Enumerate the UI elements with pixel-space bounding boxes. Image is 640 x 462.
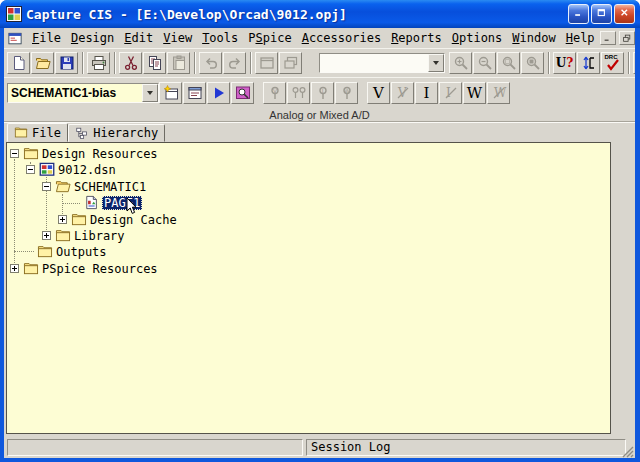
undo-icon [203, 55, 219, 71]
zoom-in-button [449, 52, 472, 74]
maximize-button[interactable] [591, 4, 612, 24]
netlist-button[interactable] [633, 52, 635, 74]
toolbar-separator [548, 52, 550, 74]
tree-item-design-resources-label[interactable]: Design Resources [40, 147, 160, 161]
tree-item-library-label[interactable]: Library [72, 229, 127, 243]
tree-expander-plus[interactable] [10, 264, 19, 273]
tree-item-library[interactable]: Library [7, 228, 610, 244]
tree-item-9012-dsn[interactable]: 9012.dsn [7, 162, 610, 178]
copy-button[interactable] [143, 52, 166, 74]
tab-hierarchy[interactable]: Hierarchy [68, 124, 165, 142]
tree-item-outputs[interactable]: Outputs [7, 244, 610, 260]
tree-item-pspice-resources[interactable]: PSpice Resources [7, 261, 610, 277]
tree-item-pspice-resources-label[interactable]: PSpice Resources [40, 262, 160, 276]
edit-simulation-profile-button[interactable] [183, 82, 206, 104]
menu-reports[interactable]: Reports [386, 29, 447, 47]
mdi-minimize-button[interactable] [600, 31, 616, 45]
run-pspice-button[interactable] [207, 82, 230, 104]
minimize-button[interactable] [568, 4, 589, 24]
simulation-profile-combobox-dropdown-button[interactable] [142, 84, 158, 102]
project-tree-panel[interactable]: Design Resources9012.dsnSCHEMATIC1PAGE1D… [6, 142, 611, 434]
save-icon [59, 55, 75, 71]
undo-button [199, 52, 222, 74]
status-panel-left [7, 439, 303, 456]
diff-marker-icon [291, 85, 307, 101]
tree-expander-minus[interactable] [26, 165, 35, 174]
view-simulation-results-button[interactable] [231, 82, 254, 104]
menu-design[interactable]: Design [66, 29, 119, 47]
maximize-icon [596, 7, 608, 22]
app-icon [6, 6, 22, 22]
window-content: FileDesignEditViewToolsPSpiceAccessories… [4, 28, 635, 458]
tree-expander-minus[interactable] [42, 182, 51, 191]
menu-view[interactable]: View [158, 29, 197, 47]
back-annotate-button[interactable] [577, 52, 600, 74]
redo-icon [227, 55, 243, 71]
menu-pspice[interactable]: PSpice [243, 29, 296, 47]
window-cascade-button [279, 52, 302, 74]
new-button[interactable] [7, 52, 30, 74]
tree-expander-plus[interactable] [58, 215, 67, 224]
tree-expander-plus[interactable] [42, 231, 51, 240]
copy-icon [147, 55, 163, 71]
current-marker-icon: I [315, 85, 331, 101]
part-combobox[interactable] [319, 53, 445, 73]
tab-file[interactable]: File [7, 123, 68, 142]
status-session-panel: Session Log [306, 439, 626, 456]
bias-voltage-button[interactable]: V [367, 82, 390, 104]
menu-accessories[interactable]: Accessories [297, 29, 386, 47]
save-button[interactable] [55, 52, 78, 74]
toggle-current-button: I [439, 82, 462, 104]
tree-item-schematic1[interactable]: SCHEMATIC1 [7, 179, 610, 195]
folder-icon [14, 126, 28, 139]
new-simulation-profile-button[interactable] [159, 82, 182, 104]
back-annotate-icon [581, 55, 597, 71]
hierarchy-icon [75, 127, 89, 140]
menu-window[interactable]: Window [507, 29, 560, 47]
bias-current-button[interactable]: I [415, 82, 438, 104]
print-button[interactable] [87, 52, 110, 74]
window-icon [259, 55, 275, 71]
svg-text:W: W [344, 88, 350, 94]
design-icon [39, 162, 55, 177]
cut-button[interactable] [119, 52, 142, 74]
open-button[interactable] [31, 52, 54, 74]
close-icon [619, 7, 631, 22]
window-controls [568, 4, 635, 24]
run-icon [211, 85, 227, 101]
annotate-button[interactable]: U? [553, 52, 576, 74]
zoom-area-icon [501, 55, 517, 71]
part-combobox-dropdown-button[interactable] [428, 54, 444, 72]
folder-open-icon [55, 179, 71, 194]
tree-expander-minus[interactable] [10, 149, 19, 158]
menu-help[interactable]: Help [561, 29, 600, 47]
menu-tools[interactable]: Tools [197, 29, 243, 47]
zoom-all-icon [525, 55, 541, 71]
mdi-restore-button[interactable] [619, 31, 635, 45]
toggle-voltage-icon: V [395, 85, 411, 101]
page-icon [85, 195, 101, 210]
tree-item-page1[interactable]: PAGE1 [7, 195, 610, 211]
bias-power-button[interactable]: W [463, 82, 486, 104]
menu-file[interactable]: File [27, 29, 66, 47]
window-title: Capture CIS - [E:\Develop\Orcad\9012.opj… [26, 8, 347, 21]
tab-hierarchy-label: Hierarchy [93, 125, 158, 141]
capture-cis-window: Capture CIS - [E:\Develop\Orcad\9012.opj… [0, 0, 640, 462]
tree-item-9012-dsn-label[interactable]: 9012.dsn [56, 163, 118, 177]
tree-item-design-cache[interactable]: Design Cache [7, 212, 610, 228]
resize-grip[interactable] [621, 443, 634, 456]
menu-options[interactable]: Options [447, 29, 508, 47]
drc-button[interactable]: DRC [601, 52, 624, 74]
tree-item-schematic1-label[interactable]: SCHEMATIC1 [72, 180, 148, 194]
window-cascade-icon [283, 55, 299, 71]
menu-edit[interactable]: Edit [119, 29, 158, 47]
tree-item-outputs-label[interactable]: Outputs [54, 245, 109, 259]
tree-item-design-resources[interactable]: Design Resources [7, 146, 610, 162]
drc-icon: DRC [604, 54, 622, 72]
paste-icon [171, 55, 187, 71]
bias-power-button-label: W [467, 86, 482, 101]
simulation-profile-combobox[interactable]: SCHEMATIC1-bias [7, 83, 159, 103]
folder-closed-icon [37, 244, 53, 259]
close-button[interactable] [614, 4, 635, 24]
titlebar[interactable]: Capture CIS - [E:\Develop\Orcad\9012.opj… [0, 0, 640, 28]
